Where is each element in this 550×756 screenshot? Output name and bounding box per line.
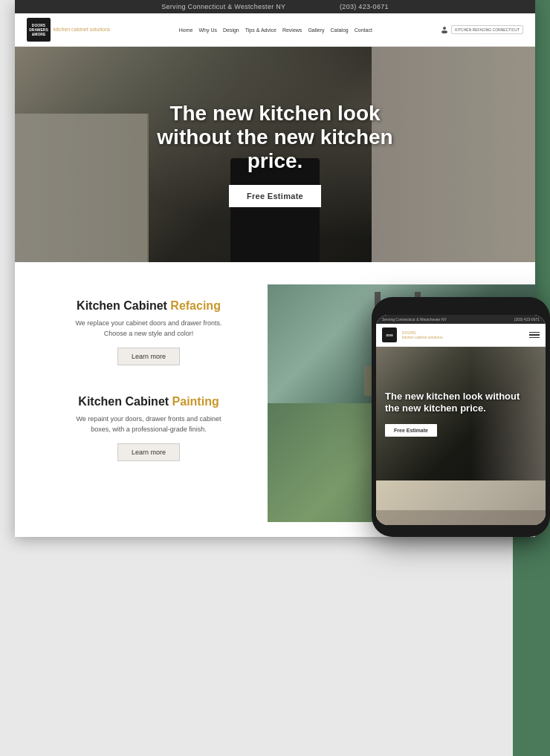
painting-learn-more-button[interactable]: Learn more [117,443,180,461]
service-painting-desc: We repaint your doors, drawer fronts and… [67,414,230,434]
service-refacing-block: Kitchen Cabinet Refacing We replace your… [52,299,245,365]
logo-icon: DOORSDRAWERS&MORE [27,18,51,42]
service-refacing-title: Kitchen Cabinet Refacing [77,299,221,313]
top-announcement-bar: Serving Connecticut & Westchester NY (20… [15,0,535,13]
logo-text-icon: DOORSDRAWERS&MORE [29,23,48,36]
mobile-bottom-kitchen-image [376,480,546,525]
phone-number: (203) 423-0671 [340,3,389,10]
mobile-screen: Serving Connecticut & Westchester NY (20… [376,315,546,525]
mobile-hero-section: The new kitchen look without the new kit… [376,347,546,480]
hero-title: The new kitchen look without the new kit… [134,102,416,174]
partner-logo: KITCHEN REFACING CONNECTICUT [451,25,523,34]
service-painting-title: Kitchen Cabinet Painting [78,395,219,408]
mobile-notch [439,306,483,312]
mobile-logo: DDM DOORS, kitchen cabinet solutions [382,328,529,342]
hamburger-line-2 [529,334,540,336]
mobile-mockup: Serving Connecticut & Westchester NY (20… [372,297,550,537]
refacing-learn-more-button[interactable]: Learn more [117,348,180,365]
services-left-column: Kitchen Cabinet Refacing We replace your… [15,284,268,522]
nav-links: Home Why Us Design Tips & Advice Reviews… [119,27,432,33]
mobile-logo-icon: DDM [382,328,397,342]
nav-design[interactable]: Design [223,27,239,33]
service-refacing-desc: We replace your cabinet doors and drawer… [67,319,230,339]
mobile-top-bar: Serving Connecticut & Westchester NY (20… [376,315,546,324]
nav-catalog[interactable]: Catalog [331,27,349,33]
service-painting-block: Kitchen Cabinet Painting We repaint your… [52,395,245,461]
mobile-serving-text: Serving Connecticut & Westchester NY [382,317,447,322]
hero-section: The new kitchen look without the new kit… [15,47,535,262]
main-nav: DOORSDRAWERS&MORE kitchen cabinet soluti… [15,13,535,47]
mobile-phone: (203) 423-0671 [514,317,540,322]
mobile-hero-title: The new kitchen look without the new kit… [385,391,537,414]
service-painting-wrapper: Kitchen Cabinet Painting We repaint your… [52,395,245,461]
mobile-logo-text: DOORS, kitchen cabinet solutions [402,330,442,340]
hero-cta-button[interactable]: Free Estimate [229,185,321,207]
hamburger-line-3 [529,337,540,339]
nav-tips[interactable]: Tips & Advice [245,27,276,33]
mobile-nav: DDM DOORS, kitchen cabinet solutions [376,324,546,347]
svg-point-1 [441,30,447,33]
hero-content: The new kitchen look without the new kit… [134,102,416,208]
service-refacing-wrapper: Kitchen Cabinet Refacing We replace your… [52,299,245,365]
serving-text: Serving Connecticut & Westchester NY [161,3,285,10]
nav-home[interactable]: Home [179,27,193,33]
nav-why-us[interactable]: Why Us [198,27,217,33]
nav-partner: KITCHEN REFACING CONNECTICUT [441,25,523,34]
hamburger-line-1 [529,332,540,333]
mobile-hero-cta-button[interactable]: Free Estimate [385,424,437,437]
hamburger-menu-button[interactable] [529,332,540,339]
nav-contact[interactable]: Contact [355,27,372,33]
nav-gallery[interactable]: Gallery [308,27,324,33]
svg-point-0 [443,27,446,30]
logo: DOORSDRAWERS&MORE kitchen cabinet soluti… [27,18,110,42]
logo-tagline: kitchen cabinet solutions [54,26,110,33]
nav-reviews[interactable]: Reviews [282,27,302,33]
mobile-hero-content: The new kitchen look without the new kit… [385,391,537,436]
person-icon [441,26,448,33]
